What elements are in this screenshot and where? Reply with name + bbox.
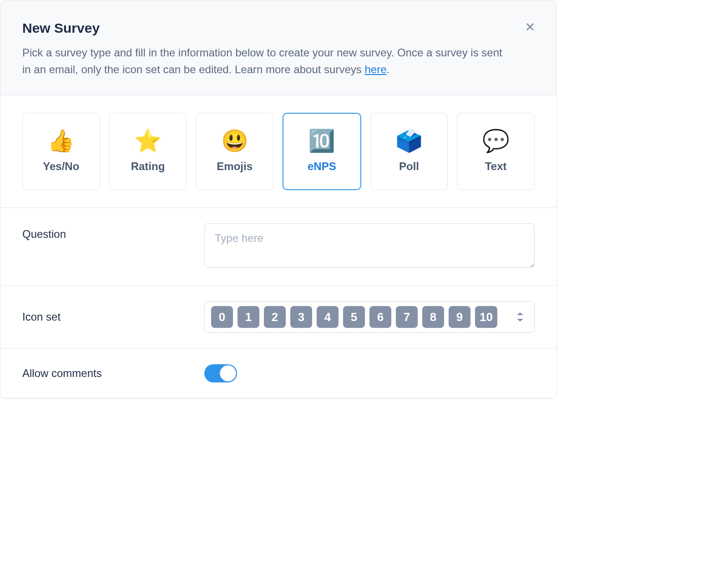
chevron-down-icon [516,318,524,322]
question-label: Question [22,223,195,241]
type-label: Rating [131,160,165,173]
iconset-option-8: 8 [422,306,444,328]
desc-text-after: . [386,63,389,75]
type-card-emojis[interactable]: 😃 Emojis [196,113,273,190]
iconset-option-3: 3 [290,306,312,328]
iconset-option-6: 6 [369,306,391,328]
allow-comments-label: Allow comments [22,367,195,380]
type-label: Poll [399,160,419,173]
iconset-select[interactable]: 0 1 2 3 4 5 6 7 8 9 10 [204,301,535,333]
desc-text-before: Pick a survey type and fill in the infor… [22,46,502,75]
iconset-option-7: 7 [396,306,418,328]
close-icon [525,21,536,32]
smile-icon: 😃 [221,130,248,152]
iconset-option-4: 4 [317,306,339,328]
type-label: Yes/No [43,160,79,173]
survey-type-picker: 👍 Yes/No ⭐ Rating 😃 Emojis 🔟 eNPS 🗳️ Pol… [0,95,556,208]
iconset-option-0: 0 [211,306,233,328]
iconset-option-2: 2 [264,306,286,328]
type-card-yesno[interactable]: 👍 Yes/No [22,113,100,190]
modal-description: Pick a survey type and fill in the infor… [22,44,505,78]
star-icon: ⭐ [134,130,162,152]
question-input[interactable] [204,223,535,268]
modal-header: New Survey Pick a survey type and fill i… [0,0,556,95]
iconset-option-5: 5 [343,306,365,328]
new-survey-modal: New Survey Pick a survey type and fill i… [0,0,557,399]
iconset-option-10: 10 [475,306,497,328]
type-label: Text [485,160,507,173]
toggle-knob [220,365,236,382]
ballot-box-icon: 🗳️ [395,130,423,152]
modal-title: New Survey [22,20,535,36]
chevron-up-icon [516,312,524,316]
type-card-text[interactable]: 💬 Text [457,113,535,190]
thumbs-up-icon: 👍 [47,130,75,152]
type-card-rating[interactable]: ⭐ Rating [109,113,187,190]
close-button[interactable] [521,18,539,36]
allow-comments-row: Allow comments [0,349,556,398]
type-card-poll[interactable]: 🗳️ Poll [370,113,448,190]
learn-more-link[interactable]: here [364,63,386,75]
question-row: Question [0,208,556,286]
iconset-row: Icon set 0 1 2 3 4 5 6 7 8 9 10 [0,286,556,349]
allow-comments-toggle[interactable] [204,364,237,382]
type-label: Emojis [217,160,253,173]
iconset-option-9: 9 [449,306,470,328]
type-label: eNPS [308,160,336,173]
speech-bubble-icon: 💬 [482,130,510,152]
iconset-stepper[interactable] [516,312,527,322]
ten-icon: 🔟 [308,130,335,152]
iconset-label: Icon set [22,311,195,323]
type-card-enps[interactable]: 🔟 eNPS [283,113,361,190]
iconset-option-1: 1 [238,306,259,328]
